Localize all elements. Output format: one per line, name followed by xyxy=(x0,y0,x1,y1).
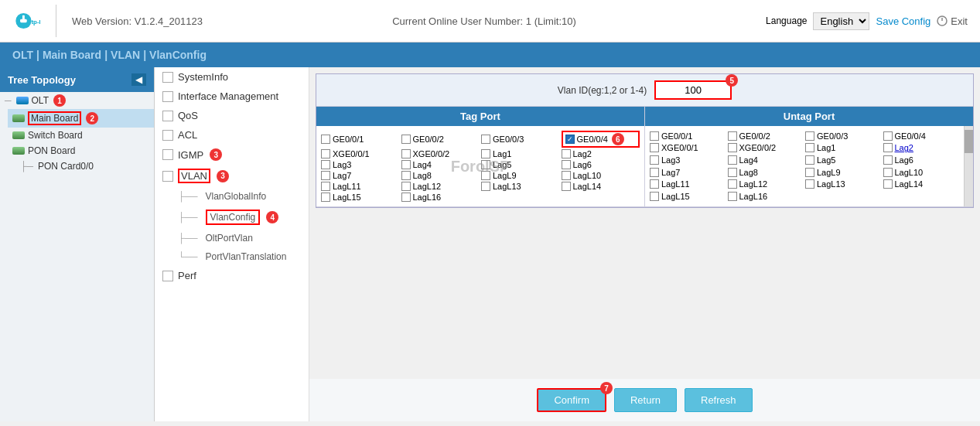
tag-cb-ge003[interactable] xyxy=(481,135,490,144)
refresh-button[interactable]: Refresh xyxy=(685,388,753,412)
menu-sep-vlanglobal: ├── xyxy=(178,191,198,202)
tag-cb-ge004[interactable] xyxy=(565,135,575,144)
tag-cb-lag7[interactable] xyxy=(321,171,330,180)
menu-vlanglobalinfo[interactable]: ├── VlanGlobalInfo xyxy=(155,187,309,206)
tag-cb-lagl10[interactable] xyxy=(562,171,571,180)
sidebar-collapse-button[interactable]: ◀ xyxy=(131,73,146,86)
tag-cb-lag5[interactable] xyxy=(481,160,490,169)
menu-sep-portvlan: └── xyxy=(178,251,198,262)
language-label: Language xyxy=(766,15,807,26)
untag-cb-lag8[interactable] xyxy=(728,168,737,177)
tag-port-ge004-highlight: GE0/0/4 6 xyxy=(562,131,640,148)
tag-cb-lagl9[interactable] xyxy=(481,171,490,180)
sidebar-title: Tree Topology ◀ xyxy=(0,67,154,92)
menu-portvlantranslation[interactable]: └── PortVlanTranslation xyxy=(155,247,309,266)
tag-cb-lag6[interactable] xyxy=(562,160,571,169)
tag-port-lagl14: LagL14 xyxy=(562,182,640,191)
untag-port-grid: GE0/0/1 GE0/0/2 GE0/0/3 xyxy=(645,126,964,206)
tag-cb-lag2[interactable] xyxy=(562,149,571,158)
untag-cb-lag3[interactable] xyxy=(650,155,659,165)
tplink-logo-icon: tp-link xyxy=(12,7,40,35)
tag-cb-ge002[interactable] xyxy=(401,135,411,144)
untag-port-ge001: GE0/0/1 xyxy=(650,131,726,141)
tag-cb-xge002[interactable] xyxy=(401,149,411,158)
menu-systeminfo[interactable]: SystemInfo xyxy=(155,67,309,87)
untag-port-ge002: GE0/0/2 xyxy=(728,131,804,141)
untag-cb-xge002[interactable] xyxy=(728,143,737,152)
language-select[interactable]: English xyxy=(813,12,869,30)
tag-cb-lagl14[interactable] xyxy=(562,182,571,191)
menu-igmp[interactable]: IGMP 3 xyxy=(155,145,309,165)
untag-port-lagl14: LagL14 xyxy=(883,179,960,190)
badge-1: 1 xyxy=(53,94,66,107)
untag-cb-lag6[interactable] xyxy=(883,155,893,165)
menu-vlanconfig[interactable]: ├── VlanConfig 4 xyxy=(155,206,309,229)
untag-port-lagl11: LagL11 xyxy=(650,179,726,190)
untag-cb-xge001[interactable] xyxy=(650,143,659,152)
tree-mainboard-label: Main Board xyxy=(28,111,81,125)
tag-cb-lagl16[interactable] xyxy=(401,193,411,202)
return-button[interactable]: Return xyxy=(614,388,677,412)
tree-item-switchboard[interactable]: Switch Board xyxy=(8,128,154,143)
tag-cb-lagl13[interactable] xyxy=(481,182,490,191)
svg-rect-2 xyxy=(22,15,25,21)
tree-item-olt[interactable]: ─ OLT 1 xyxy=(0,92,154,109)
untag-cb-lagl16[interactable] xyxy=(728,192,737,201)
menu-label-interface: Interface Management xyxy=(178,90,278,102)
tag-cb-xge001[interactable] xyxy=(321,149,330,158)
version-text: Web Version: V1.2.4_201123 xyxy=(72,15,203,27)
untag-cb-lagl15[interactable] xyxy=(650,192,659,201)
tag-cb-ge001[interactable] xyxy=(321,135,330,144)
tree-item-mainboard[interactable]: Main Board 2 xyxy=(8,109,154,128)
untag-cb-lagl12[interactable] xyxy=(728,179,737,189)
tree-item-ponboard[interactable]: PON Board xyxy=(8,143,154,158)
untag-cb-lag7[interactable] xyxy=(650,168,659,177)
vlan-panel: Vlan ID(eg:1,2 or 1-4) 5 Tag Port xyxy=(316,73,974,208)
untag-port-xge001: XGE0/0/1 xyxy=(650,143,726,154)
menu-oltportvlan[interactable]: ├── OltPortVlan xyxy=(155,229,309,247)
vlan-id-row: Vlan ID(eg:1,2 or 1-4) 5 xyxy=(316,74,973,107)
untag-cb-lagl10[interactable] xyxy=(883,168,893,177)
untag-cb-lagl13[interactable] xyxy=(805,179,814,189)
content-spacer xyxy=(316,208,974,247)
tag-cb-lag1[interactable] xyxy=(481,149,490,158)
untag-cb-lagl11[interactable] xyxy=(650,179,659,189)
untag-cb-lag4[interactable] xyxy=(728,155,737,165)
vlan-id-input[interactable] xyxy=(654,80,732,100)
menu-qos[interactable]: QoS xyxy=(155,106,309,125)
untag-cb-lagl14[interactable] xyxy=(883,179,893,189)
tag-cb-lag8[interactable] xyxy=(401,171,411,180)
menu-interface-management[interactable]: Interface Management xyxy=(155,87,309,106)
menu-check-systeminfo xyxy=(162,72,173,83)
scrollbar[interactable] xyxy=(964,126,973,206)
untag-cb-ge004[interactable] xyxy=(883,131,893,141)
untag-port-lagl16: LagL16 xyxy=(728,191,804,202)
untag-cb-lag1[interactable] xyxy=(805,143,814,152)
confirm-button[interactable]: Confirm xyxy=(537,388,606,412)
breadcrumb-vlan: VLAN xyxy=(111,49,140,61)
menu-vlan[interactable]: VLAN 3 xyxy=(155,165,309,187)
menu-acl[interactable]: ACL xyxy=(155,125,309,145)
untag-cb-ge002[interactable] xyxy=(728,131,737,141)
tree-item-poncard[interactable]: ├─ PON Card0/0 xyxy=(15,158,154,174)
untag-cb-lag5[interactable] xyxy=(805,155,814,165)
tag-cb-lagl11[interactable] xyxy=(321,182,330,191)
breadcrumb-olt: OLT xyxy=(12,49,33,61)
menu-check-vlan xyxy=(162,171,173,182)
tag-cb-lag4[interactable] xyxy=(401,160,411,169)
tag-cb-lagl12[interactable] xyxy=(401,182,411,191)
untag-cb-ge003[interactable] xyxy=(805,131,814,141)
tag-cb-lagl15[interactable] xyxy=(321,193,330,202)
save-config-link[interactable]: Save Config xyxy=(876,15,930,27)
tag-port-lag5: Lag5 xyxy=(481,160,560,169)
menu-label-systeminfo: SystemInfo xyxy=(178,71,228,83)
tree-switchboard-label: Switch Board xyxy=(28,130,83,141)
tag-port-lagl11: LagL11 xyxy=(321,182,400,191)
scroll-thumb[interactable] xyxy=(965,130,973,153)
untag-cb-lag2[interactable] xyxy=(883,143,893,152)
untag-cb-ge001[interactable] xyxy=(650,131,659,141)
tag-cb-lag3[interactable] xyxy=(321,160,330,169)
menu-perf[interactable]: Perf xyxy=(155,266,309,285)
untag-cb-lagl9[interactable] xyxy=(805,168,814,177)
exit-button[interactable]: Exit xyxy=(937,15,968,27)
